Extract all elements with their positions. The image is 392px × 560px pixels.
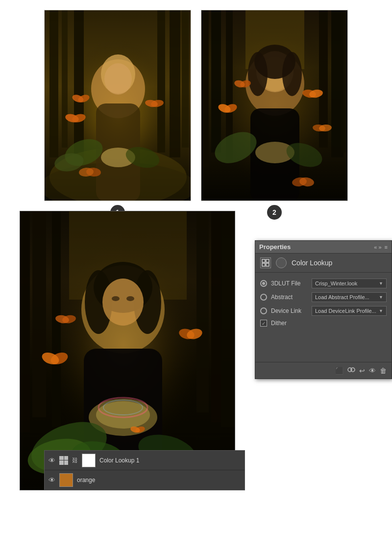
svg-rect-29 <box>211 10 221 153</box>
dropdown-devicelink-value: Load DeviceLink Profile... <box>315 308 376 314</box>
panel-titlebar: Properties « » ≡ <box>255 241 392 254</box>
photo-2-svg <box>201 10 348 201</box>
chevron-down-icon-2: ▼ <box>379 295 383 300</box>
dropdown-3dlut[interactable]: Crisp_Winter.look ▼ <box>312 279 387 288</box>
dither-label: Dither <box>271 320 287 327</box>
chevron-down-icon: ▼ <box>379 281 383 286</box>
svg-point-40 <box>282 52 302 96</box>
svg-rect-4 <box>74 10 84 162</box>
panel-header: Color Lookup <box>255 254 392 273</box>
layer-mask-thumb <box>82 454 96 467</box>
panel-footer: ⬛ ↩ 👁 🗑 <box>255 362 392 379</box>
clip-icon[interactable] <box>347 366 355 375</box>
svg-point-93 <box>351 368 355 372</box>
mask-circle-icon[interactable] <box>276 257 287 268</box>
svg-rect-7 <box>182 10 189 148</box>
svg-point-70 <box>126 296 134 301</box>
dither-row: ✓ Dither <box>260 320 387 327</box>
layers-panel: 👁 ⛓ Color Lookup 1 👁 orange <box>44 450 245 490</box>
dropdown-abstract[interactable]: Load Abstract Profile... ▼ <box>312 292 387 302</box>
photo-1-container: 1 <box>44 10 191 201</box>
svg-point-68 <box>102 279 144 326</box>
svg-rect-33 <box>341 10 348 153</box>
svg-point-69 <box>112 296 120 301</box>
layer-visibility-icon-2[interactable]: 👁 <box>49 476 55 484</box>
svg-rect-60 <box>211 211 222 422</box>
add-layer-icon[interactable]: ⬛ <box>335 367 343 375</box>
main-photo-svg <box>20 211 235 490</box>
option-row-abstract: Abstract Load Abstract Profile... ▼ <box>260 292 387 302</box>
svg-rect-28 <box>201 10 209 167</box>
label-devicelink: Device Link <box>271 307 308 314</box>
layer-name-orange: orange <box>77 477 95 484</box>
svg-rect-58 <box>32 211 46 417</box>
layer-name-color-lookup: Color Lookup 1 <box>99 457 139 464</box>
bottom-section: Properties « » ≡ Color Lookup <box>20 211 392 490</box>
label-3dlut: 3DLUT File <box>271 280 308 287</box>
layer-visibility-icon[interactable]: 👁 <box>49 457 55 464</box>
svg-rect-2 <box>49 10 58 157</box>
svg-rect-89 <box>266 259 269 262</box>
layer-link-icon: ⛓ <box>72 457 78 464</box>
photo-2 <box>201 10 348 201</box>
radio-3dlut[interactable] <box>260 280 267 287</box>
photo-1 <box>44 10 191 201</box>
photo-2-container: 2 <box>201 10 348 201</box>
layer-type-icon <box>59 456 68 465</box>
adjustment-grid-icon[interactable] <box>260 257 271 268</box>
chevron-down-icon-3: ▼ <box>379 308 383 313</box>
dropdown-devicelink[interactable]: Load DeviceLink Profile... ▼ <box>312 306 387 316</box>
svg-point-39 <box>248 52 268 96</box>
label-abstract: Abstract <box>271 294 308 301</box>
layer-row-orange[interactable]: 👁 orange <box>45 470 245 490</box>
panel-body: 3DLUT File Crisp_Winter.look ▼ Abstract … <box>255 273 392 332</box>
option-row-3dlut: 3DLUT File Crisp_Winter.look ▼ <box>260 279 387 288</box>
panel-controls[interactable]: « » ≡ <box>374 244 388 250</box>
panel-title-text: Properties <box>259 243 291 251</box>
dropdown-abstract-value: Load Abstract Profile... <box>315 294 369 300</box>
svg-rect-91 <box>266 263 269 266</box>
photo-1-svg <box>45 10 191 201</box>
svg-rect-61 <box>196 211 209 412</box>
top-images-row: 1 <box>0 0 392 206</box>
svg-point-13 <box>104 63 132 95</box>
radio-abstract[interactable] <box>260 294 267 301</box>
svg-rect-88 <box>262 259 265 262</box>
properties-panel: Properties « » ≡ Color Lookup <box>255 240 392 379</box>
panel-section-name: Color Lookup <box>292 259 332 267</box>
delete-icon[interactable]: 🗑 <box>380 367 387 375</box>
svg-rect-5 <box>157 10 165 153</box>
radio-devicelink[interactable] <box>260 307 267 314</box>
main-photo <box>20 211 235 490</box>
option-row-devicelink: Device Link Load DeviceLink Profile... ▼ <box>260 306 387 316</box>
undo-icon[interactable]: ↩ <box>359 367 365 375</box>
visibility-icon[interactable]: 👁 <box>369 367 376 375</box>
dither-checkbox[interactable]: ✓ <box>260 320 267 327</box>
panel-collapse-btn[interactable]: « » <box>374 244 381 250</box>
svg-rect-6 <box>170 10 180 157</box>
layer-row-color-lookup[interactable]: 👁 ⛓ Color Lookup 1 <box>45 451 245 470</box>
svg-rect-90 <box>262 263 265 266</box>
panel-menu-btn[interactable]: ≡ <box>385 244 388 250</box>
svg-rect-3 <box>62 10 68 148</box>
svg-rect-57 <box>20 211 30 432</box>
dropdown-3dlut-value: Crisp_Winter.look <box>315 280 357 286</box>
svg-rect-62 <box>221 211 235 427</box>
layer-color-thumb <box>59 473 73 487</box>
